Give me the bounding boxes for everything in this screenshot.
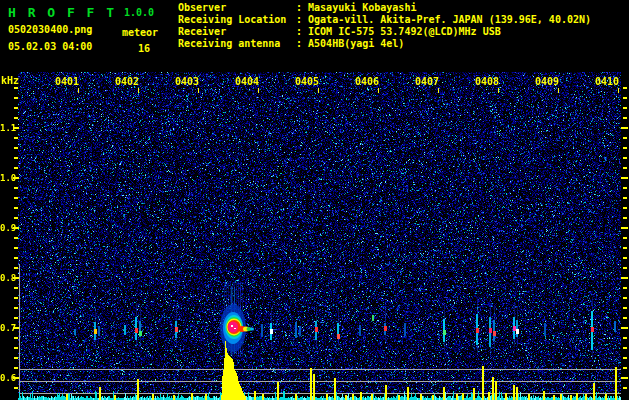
freq-tick-major-right	[621, 277, 628, 279]
freq-tick-minor-right	[623, 237, 627, 239]
freq-tick-minor-right	[623, 147, 627, 149]
freq-label: 0.7	[0, 323, 14, 333]
info-label: Receiver	[178, 26, 296, 38]
datetime-label: 05.02.03 04:00	[8, 41, 92, 52]
freq-tick-minor-right	[623, 117, 627, 119]
freq-label: 0.8	[0, 273, 14, 283]
freq-label: 0.9	[0, 223, 14, 233]
mode-label: meteor	[122, 27, 158, 38]
freq-tick-minor-right	[623, 157, 627, 159]
freq-tick-minor-right	[623, 137, 627, 139]
meteor-count-label: 16	[138, 43, 150, 54]
app-title: H R O F F T	[8, 5, 116, 20]
info-label: Observer	[178, 2, 296, 14]
info-colon: :	[296, 14, 308, 25]
hrofft-screen: H R O F F T 1.0.0 0502030400.png meteor …	[0, 0, 629, 400]
freq-tick-minor-right	[623, 347, 627, 349]
freq-tick-minor-right	[623, 297, 627, 299]
info-value: Ogata-vill. Akita-Pref. JAPAN (139.96E, …	[308, 14, 591, 25]
info-row: Receiving antenna: A504HB(yagi 4el)	[178, 38, 591, 50]
info-colon: :	[296, 38, 308, 49]
freq-label: 1.1	[0, 123, 14, 133]
observer-info-table: Observer: Masayuki KobayashiReceiving Lo…	[178, 2, 591, 50]
info-value: A504HB(yagi 4el)	[308, 38, 404, 49]
freq-tick-major-right	[621, 127, 628, 129]
freq-tick-minor-right	[623, 257, 627, 259]
freq-tick-minor-right	[623, 247, 627, 249]
freq-tick-minor-right	[623, 357, 627, 359]
khz-unit-label: kHz	[1, 75, 19, 86]
info-value: Masayuki Kobayashi	[308, 2, 416, 13]
freq-tick-minor-right	[623, 197, 627, 199]
freq-label: 0.6	[0, 373, 14, 383]
spectrogram-canvas	[18, 72, 621, 400]
filename-label: 0502030400.png	[8, 24, 92, 35]
info-colon: :	[296, 26, 308, 37]
freq-tick-minor-right	[623, 187, 627, 189]
info-label: Receiving Location	[178, 14, 296, 26]
info-row: Observer: Masayuki Kobayashi	[178, 2, 591, 14]
freq-tick-minor-right	[623, 337, 627, 339]
freq-tick-minor-right	[623, 97, 627, 99]
freq-label: 1.0	[0, 173, 14, 183]
freq-tick-minor-right	[623, 367, 627, 369]
freq-tick-minor-right	[623, 87, 627, 89]
freq-tick-major-right	[621, 377, 628, 379]
freq-tick-major-right	[621, 227, 628, 229]
info-label: Receiving antenna	[178, 38, 296, 50]
freq-tick-minor-right	[623, 107, 627, 109]
info-colon: :	[296, 2, 308, 13]
info-value: ICOM IC-575 53.7492(@LCD)MHz USB	[308, 26, 501, 37]
freq-tick-minor-right	[623, 217, 627, 219]
freq-tick-minor-right	[623, 317, 627, 319]
freq-tick-minor-right	[623, 167, 627, 169]
freq-tick-major-right	[621, 177, 628, 179]
freq-tick-major-right	[621, 327, 628, 329]
info-row: Receiving Location: Ogata-vill. Akita-Pr…	[178, 14, 591, 26]
freq-tick-minor-right	[623, 387, 627, 389]
freq-tick-minor-right	[623, 287, 627, 289]
freq-tick-minor-right	[623, 267, 627, 269]
info-row: Receiver: ICOM IC-575 53.7492(@LCD)MHz U…	[178, 26, 591, 38]
app-version: 1.0.0	[124, 7, 154, 18]
freq-tick-minor-right	[623, 307, 627, 309]
freq-tick-minor-right	[623, 207, 627, 209]
